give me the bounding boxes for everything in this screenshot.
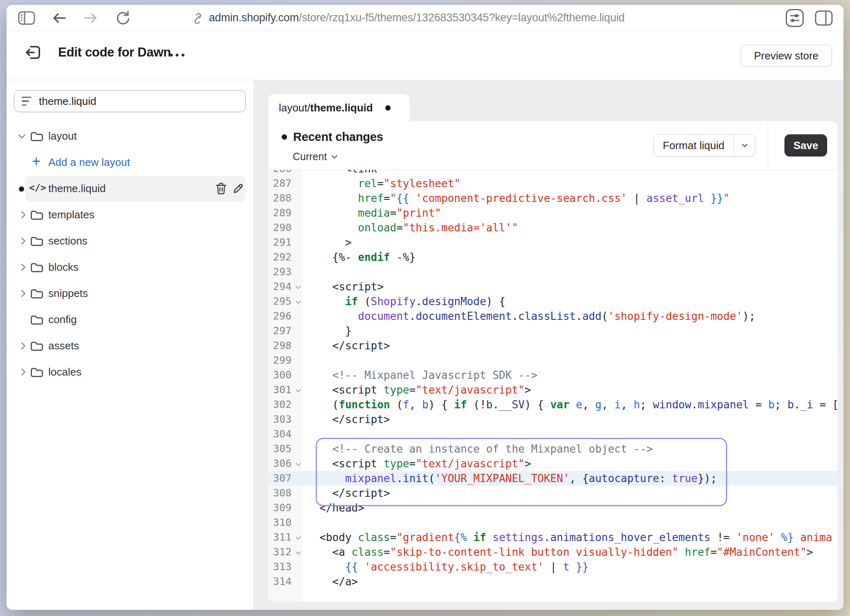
sidebar-item-label: sections: [48, 235, 87, 247]
code-line-312[interactable]: 312 <a class="skip-to-content-link butto…: [268, 545, 838, 559]
editor-area: layout/theme.liquid Recent changes Curre…: [254, 80, 843, 610]
code-line-text: <link: [301, 170, 838, 176]
code-line-310[interactable]: 310: [268, 515, 838, 530]
sidebar-item-label: Add a new layout: [48, 156, 130, 169]
changes-dot-icon: [282, 134, 287, 140]
code-line-309[interactable]: 309 </head>: [268, 500, 838, 515]
version-selector[interactable]: Current: [293, 151, 337, 163]
sidebar-item-assets[interactable]: assets: [7, 333, 253, 359]
split-view-icon[interactable]: [815, 10, 833, 26]
sidebar-item-templates[interactable]: templates: [7, 202, 253, 228]
line-number: 299: [268, 353, 301, 368]
line-number: 297: [268, 324, 301, 338]
code-line-text: [301, 265, 838, 279]
fold-chevron-icon[interactable]: [296, 461, 301, 466]
format-liquid-button[interactable]: Format liquid: [653, 134, 755, 156]
back-icon[interactable]: [51, 11, 67, 25]
code-line-text: onload="this.media='all'": [301, 220, 838, 235]
chevron-down-icon: [741, 141, 747, 147]
page-settings-icon[interactable]: [785, 9, 804, 27]
folder-icon: [30, 288, 44, 300]
line-number: 301: [268, 383, 301, 397]
preview-store-button[interactable]: Preview store: [741, 45, 832, 67]
sidebar-item-add-new-layout[interactable]: +Add a new layout: [7, 149, 253, 176]
link-icon: [192, 12, 203, 24]
code-line-305[interactable]: 305 <!-- Create an instance of the Mixpa…: [268, 442, 838, 456]
code-line-287[interactable]: 287 rel="stylesheet": [268, 176, 838, 191]
line-number: 306: [268, 456, 301, 471]
pencil-icon[interactable]: [232, 182, 244, 195]
forward-icon[interactable]: [83, 11, 99, 25]
code-line-307[interactable]: 307 mixpanel.init('YOUR_MIXPANEL_TOKEN',…: [268, 471, 838, 486]
chevron-right-icon[interactable]: [18, 290, 25, 297]
reload-icon[interactable]: [115, 9, 131, 27]
code-line-298[interactable]: 298 </script>: [268, 338, 838, 353]
code-line-291[interactable]: 291 >: [268, 235, 838, 250]
code-line-299[interactable]: 299: [268, 353, 838, 368]
code-line-293[interactable]: 293: [268, 265, 838, 279]
code-line-286[interactable]: 286 <link: [268, 170, 838, 176]
code-line-text: media="print": [301, 206, 838, 220]
sidebar-item-blocks[interactable]: blocks: [7, 254, 253, 281]
panel-header: Recent changes Current Format liquid Sav…: [268, 121, 838, 170]
chevron-right-icon[interactable]: [18, 263, 25, 271]
address-bar[interactable]: admin.shopify.com/store/rzq1xu-f5/themes…: [192, 5, 625, 31]
folder-icon: [30, 314, 44, 326]
file-search-box[interactable]: [14, 90, 246, 112]
code-line-289[interactable]: 289 media="print": [268, 206, 838, 220]
sidebar-toggle-icon[interactable]: [18, 11, 35, 25]
code-line-308[interactable]: 308 </script>: [268, 486, 838, 500]
sidebar-item-theme-liquid[interactable]: </>theme.liquid: [7, 176, 253, 202]
fold-chevron-icon[interactable]: [296, 387, 301, 392]
code-line-295[interactable]: 295 if (Shopify.designMode) {: [268, 294, 838, 309]
code-line-303[interactable]: 303 </script>: [268, 412, 838, 427]
code-line-311[interactable]: 311 <body class="gradient{% if settings.…: [268, 530, 838, 545]
more-actions-icon[interactable]: •••: [170, 43, 187, 66]
code-line-text: [301, 427, 838, 442]
line-number: 300: [268, 368, 301, 383]
fold-chevron-icon[interactable]: [296, 299, 301, 304]
format-options-chevron[interactable]: [734, 135, 755, 156]
file-sidebar: layout+Add a new layout</>theme.liquidte…: [7, 80, 254, 610]
chevron-right-icon[interactable]: [18, 237, 25, 245]
code-line-297[interactable]: 297 }: [268, 324, 838, 338]
sidebar-item-snippets[interactable]: snippets: [7, 281, 253, 307]
code-line-314[interactable]: 314 </a>: [268, 574, 838, 589]
code-line-294[interactable]: 294 <script>: [268, 279, 838, 294]
code-line-290[interactable]: 290 onload="this.media='all'": [268, 220, 838, 235]
code-line-292[interactable]: 292 {%- endif -%}: [268, 250, 838, 265]
line-number: 298: [268, 338, 301, 353]
folder-icon: [30, 235, 44, 247]
code-line-text: <script type="text/javascript">: [301, 456, 838, 471]
trash-icon[interactable]: [215, 182, 227, 195]
sidebar-item-sections[interactable]: sections: [7, 228, 253, 254]
code-editor[interactable]: 286 <link287 rel="stylesheet"288 href="{…: [268, 170, 838, 602]
code-line-text: {%- endif -%}: [301, 250, 838, 265]
chevron-right-icon[interactable]: [18, 211, 25, 218]
code-line-296[interactable]: 296 document.documentElement.classList.a…: [268, 309, 838, 324]
search-input[interactable]: [39, 95, 238, 108]
exit-editor-icon[interactable]: [25, 44, 42, 61]
tab-theme-liquid[interactable]: layout/theme.liquid: [268, 94, 409, 122]
fold-chevron-icon[interactable]: [296, 284, 301, 289]
code-line-300[interactable]: 300 <!-- Mixpanel Javascript SDK -->: [268, 368, 838, 383]
line-number: 314: [268, 574, 301, 589]
code-line-301[interactable]: 301 <script type="text/javascript">: [268, 383, 838, 397]
save-button[interactable]: Save: [784, 134, 827, 156]
chevron-down-icon[interactable]: [18, 131, 25, 138]
chevron-right-icon[interactable]: [18, 342, 25, 349]
sidebar-item-locales[interactable]: locales: [7, 359, 253, 385]
chevron-right-icon[interactable]: [18, 368, 25, 376]
code-line-304[interactable]: 304: [268, 427, 838, 442]
fold-chevron-icon[interactable]: [296, 549, 301, 555]
fold-chevron-icon[interactable]: [296, 534, 301, 540]
code-line-313[interactable]: 313 {{ 'accessibility.skip_to_text' | t …: [268, 559, 838, 574]
browser-window: admin.shopify.com/store/rzq1xu-f5/themes…: [7, 5, 843, 610]
line-number: 290: [268, 220, 301, 235]
code-line-302[interactable]: 302 (function (f, b) { if (!b.__SV) { va…: [268, 397, 838, 412]
code-line-288[interactable]: 288 href="{{ 'component-predictive-searc…: [268, 191, 838, 206]
sidebar-item-layout[interactable]: layout: [7, 123, 253, 149]
sidebar-item-config[interactable]: config: [7, 307, 253, 333]
code-line-306[interactable]: 306 <script type="text/javascript">: [268, 456, 838, 471]
code-line-text: (function (f, b) { if (!b.__SV) { var e,…: [301, 397, 838, 412]
